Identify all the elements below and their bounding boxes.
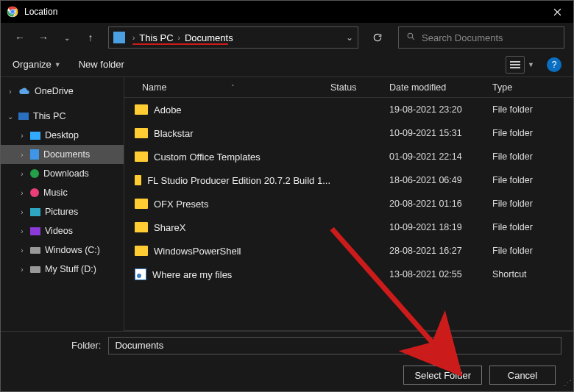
- list-view-icon: [510, 60, 520, 69]
- file-date: 19-08-2021 23:20: [389, 104, 492, 115]
- documents-icon: [113, 32, 125, 43]
- file-name: Where are my files: [152, 269, 232, 280]
- toolbar: Organize ▼ New folder ▼ ?: [1, 52, 573, 77]
- sidebar-item-ddrive[interactable]: › My Stuff (D:): [1, 260, 124, 279]
- sidebar-item-downloads[interactable]: › Downloads: [1, 164, 124, 183]
- folder-icon: [135, 246, 148, 256]
- sidebar-item-music[interactable]: › Music: [1, 183, 124, 202]
- downloads-icon: [30, 169, 39, 178]
- search-input[interactable]: Search Documents: [398, 26, 564, 49]
- chevron-down-icon[interactable]: ⌄: [7, 113, 14, 121]
- file-row[interactable]: OFX Presets20-08-2021 01:16File folder: [124, 192, 573, 215]
- refresh-button[interactable]: [366, 26, 389, 49]
- svg-rect-7: [510, 67, 520, 68]
- col-name[interactable]: Name ˄: [124, 82, 330, 93]
- file-type: File folder: [492, 246, 559, 256]
- up-button[interactable]: ↑: [80, 27, 101, 48]
- pc-icon: [18, 113, 29, 120]
- file-row[interactable]: Blackstar10-09-2021 15:31File folder: [124, 121, 573, 145]
- sidebar-item-desktop[interactable]: › Desktop: [1, 126, 124, 145]
- file-row[interactable]: Adobe19-08-2021 23:20File folder: [124, 98, 573, 121]
- file-type: File folder: [492, 104, 559, 115]
- file-row[interactable]: WindowsPowerShell28-08-2021 16:27File fo…: [124, 239, 573, 263]
- select-folder-button[interactable]: Select Folder: [403, 366, 482, 385]
- sidebar-item-onedrive[interactable]: › OneDrive: [1, 82, 124, 101]
- organize-menu[interactable]: Organize ▼: [13, 59, 61, 70]
- chevron-right-icon[interactable]: ›: [18, 208, 26, 216]
- col-type[interactable]: Type: [492, 82, 559, 93]
- resize-grip[interactable]: ⋰: [564, 379, 570, 388]
- sidebar-item-pictures[interactable]: › Pictures: [1, 202, 124, 221]
- file-name: OFX Presets: [154, 199, 208, 210]
- sidebar-item-videos[interactable]: › Videos: [1, 221, 124, 240]
- svg-point-3: [11, 10, 15, 14]
- chevron-right-icon[interactable]: ›: [18, 170, 26, 178]
- new-folder-button[interactable]: New folder: [79, 59, 124, 70]
- svg-rect-6: [510, 64, 520, 65]
- drive-icon: [30, 266, 40, 273]
- file-row[interactable]: ShareX10-09-2021 18:19File folder: [124, 215, 573, 239]
- breadcrumb-current[interactable]: Documents: [183, 32, 235, 43]
- file-type: File folder: [492, 128, 559, 138]
- file-date: 20-08-2021 01:16: [389, 199, 492, 209]
- address-bar[interactable]: › This PC › Documents ⌄: [108, 26, 358, 49]
- svg-rect-5: [510, 61, 520, 63]
- dialog-window: Location ← → ⌄ ↑ › This PC › Documents ⌄…: [0, 0, 574, 392]
- file-row[interactable]: Custom Office Templates01-09-2021 22:14F…: [124, 145, 573, 168]
- annotation-underline: [132, 43, 228, 45]
- file-date: 01-09-2021 22:14: [389, 152, 492, 162]
- file-date: 18-06-2021 06:49: [389, 175, 492, 185]
- file-name: FL Studio Producer Edition 20.7.2 Build …: [147, 175, 330, 186]
- folder-input[interactable]: [108, 337, 561, 354]
- file-name: WindowsPowerShell: [154, 246, 241, 257]
- chrome-icon: [7, 6, 18, 18]
- column-headers: Name ˄ Status Date modified Type: [124, 77, 573, 98]
- folder-icon: [135, 222, 148, 232]
- folder-row: Folder:: [1, 331, 573, 359]
- file-name: ShareX: [154, 222, 185, 233]
- view-dropdown[interactable]: ▼: [528, 61, 536, 68]
- chevron-down-icon[interactable]: ⌄: [346, 32, 353, 43]
- close-button[interactable]: [541, 1, 573, 23]
- chevron-right-icon[interactable]: ›: [18, 189, 26, 197]
- pictures-icon: [30, 208, 40, 216]
- sort-asc-icon: ˄: [231, 84, 235, 91]
- sidebar-item-thispc[interactable]: ⌄ This PC: [1, 107, 124, 126]
- breadcrumb-root[interactable]: This PC: [138, 32, 174, 43]
- file-row[interactable]: Where are my files13-08-2021 02:55Shortc…: [124, 263, 573, 286]
- back-button[interactable]: ←: [10, 27, 30, 48]
- file-date: 10-09-2021 15:31: [389, 128, 492, 138]
- chevron-right-icon[interactable]: ›: [18, 246, 26, 254]
- desktop-icon: [30, 132, 40, 140]
- chevron-right-icon[interactable]: ›: [7, 88, 14, 96]
- col-date[interactable]: Date modified: [389, 82, 492, 93]
- file-date: 28-08-2021 16:27: [389, 246, 492, 256]
- recent-dropdown[interactable]: ⌄: [57, 27, 77, 48]
- file-type: File folder: [492, 199, 559, 209]
- forward-button[interactable]: →: [33, 27, 54, 48]
- sidebar-item-documents[interactable]: › Documents: [1, 145, 124, 164]
- cloud-icon: [18, 85, 30, 97]
- help-button[interactable]: ?: [547, 57, 561, 72]
- documents-icon: [30, 149, 39, 160]
- body: › OneDrive ⌄ This PC › Desktop › Documen…: [1, 77, 573, 331]
- file-row[interactable]: FL Studio Producer Edition 20.7.2 Build …: [124, 168, 573, 192]
- file-type: File folder: [492, 222, 559, 232]
- videos-icon: [30, 227, 40, 235]
- file-date: 10-09-2021 18:19: [389, 222, 492, 232]
- sidebar: › OneDrive ⌄ This PC › Desktop › Documen…: [1, 77, 124, 331]
- refresh-icon: [372, 32, 383, 43]
- folder-icon: [135, 104, 148, 115]
- svg-point-4: [408, 33, 413, 38]
- col-status[interactable]: Status: [330, 82, 389, 93]
- search-placeholder: Search Documents: [422, 32, 503, 43]
- chevron-right-icon[interactable]: ›: [18, 151, 26, 159]
- nav-row: ← → ⌄ ↑ › This PC › Documents ⌄ Search D…: [1, 23, 573, 52]
- cancel-button[interactable]: Cancel: [489, 366, 556, 385]
- view-button[interactable]: [506, 56, 525, 74]
- chevron-right-icon[interactable]: ›: [18, 266, 26, 274]
- chevron-right-icon[interactable]: ›: [18, 227, 26, 235]
- sidebar-item-cdrive[interactable]: › Windows (C:): [1, 240, 124, 260]
- chevron-right-icon[interactable]: ›: [18, 132, 26, 140]
- folder-icon: [135, 152, 148, 162]
